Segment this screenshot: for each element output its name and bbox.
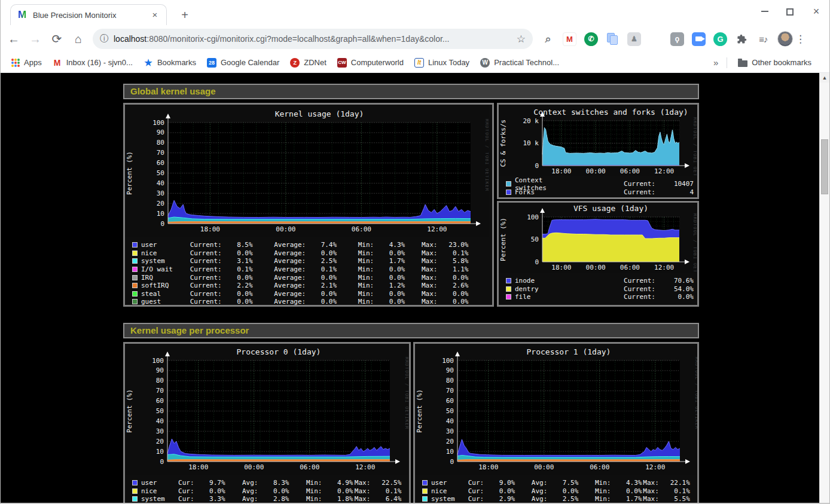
puzzle-extensions-icon[interactable] bbox=[735, 32, 749, 46]
media-list-icon[interactable]: ≡♪ bbox=[756, 32, 770, 46]
linux-today-icon: lt bbox=[414, 58, 424, 68]
svg-text:10: 10 bbox=[156, 448, 164, 456]
gmail-icon[interactable]: M bbox=[563, 32, 576, 46]
page-scrollbar[interactable]: ▲ bbox=[819, 73, 829, 503]
maximize-button[interactable] bbox=[786, 8, 794, 16]
processor-0-panel: Processor 0 (1day)RRDTOOL / TOBI OETIKER… bbox=[123, 342, 411, 503]
url-text[interactable]: localhost:8080/monitorix-cgi/monitorix.c… bbox=[114, 34, 512, 44]
bookmark-computerworld[interactable]: CW Computerworld bbox=[337, 58, 404, 68]
legend-label: dentry bbox=[515, 285, 566, 293]
close-button[interactable]: × bbox=[811, 7, 821, 17]
meet-camera-icon[interactable] bbox=[692, 32, 706, 46]
person-icon[interactable]: ♟ bbox=[627, 32, 641, 46]
svg-text:VFS usage (1day): VFS usage (1day) bbox=[573, 204, 648, 213]
bookmark-google-calendar[interactable]: 28 Google Calendar bbox=[207, 58, 279, 68]
bookmark-zdnet[interactable]: Z ZDNet bbox=[290, 58, 326, 68]
legend-stat: Max:2.6% bbox=[422, 282, 489, 289]
processor-0-graph[interactable]: Processor 0 (1day)RRDTOOL / TOBI OETIKER… bbox=[125, 344, 409, 478]
processor-0-legend: userCur:9.7%Avg:8.3%Min:4.9%Max:22.5%nic… bbox=[125, 478, 409, 503]
voice-icon[interactable]: ✆ bbox=[584, 32, 598, 46]
bookmark-star-icon[interactable]: ☆ bbox=[517, 33, 526, 45]
bookmark-bookmarks[interactable]: ★ Bookmarks bbox=[144, 58, 196, 68]
lightbulb-icon[interactable]: ϙ bbox=[670, 32, 684, 46]
bookmark-label: Apps bbox=[24, 58, 42, 67]
svg-text:Kernel usage (1day): Kernel usage (1day) bbox=[275, 109, 364, 118]
legend-label: inode bbox=[515, 277, 566, 285]
bookmark-apps[interactable]: Apps bbox=[11, 58, 42, 67]
home-button[interactable]: ⌂ bbox=[70, 32, 87, 46]
svg-text:RRDTOOL / TOBI OETIKER: RRDTOOL / TOBI OETIKER bbox=[404, 357, 408, 429]
search-icon[interactable]: ⌕ bbox=[541, 32, 555, 46]
context-switches-graph[interactable]: Context switches and forks (1day)RRDTOOL… bbox=[499, 105, 697, 179]
svg-text:80: 80 bbox=[446, 377, 454, 384]
tab-close-icon[interactable]: × bbox=[149, 10, 160, 20]
svg-text:60: 60 bbox=[157, 159, 164, 167]
bookmarks-overflow-chevron[interactable]: » bbox=[713, 57, 718, 68]
copy-pages-icon[interactable] bbox=[606, 32, 620, 46]
legend-row: IRQCurrent:0.0%Average:0.0%Min:0.0%Max:0… bbox=[132, 273, 489, 282]
bookmark-linux-today[interactable]: lt Linux Today bbox=[414, 58, 469, 68]
chart-canvas: Context switches and forks (1day)RRDTOOL… bbox=[499, 105, 697, 176]
address-bar[interactable]: ⓘ localhost:8080/monitorix-cgi/monitorix… bbox=[93, 29, 533, 49]
legend-swatch-icon bbox=[132, 267, 138, 272]
legend-label: user bbox=[141, 479, 178, 487]
legend-swatch-icon bbox=[132, 242, 138, 248]
browser-menu-icon[interactable]: ⋮ bbox=[795, 33, 805, 45]
legend-label: nice bbox=[141, 487, 178, 495]
vfs-usage-panel: VFS usage (1day)RRDTOOL / TOBI OETIKERPe… bbox=[497, 201, 699, 307]
scrollbar-up-arrow[interactable]: ▲ bbox=[820, 73, 829, 83]
svg-text:50: 50 bbox=[156, 407, 164, 415]
page-info-icon[interactable]: ⓘ bbox=[100, 33, 108, 44]
new-tab-button[interactable]: + bbox=[178, 8, 192, 23]
svg-text:Percent (%): Percent (%) bbox=[126, 389, 133, 433]
processor-1-graph[interactable]: Processor 1 (1day)RRDTOOL / TOBI OETIKER… bbox=[415, 344, 697, 478]
svg-text:12:00: 12:00 bbox=[645, 463, 665, 471]
legend-swatch-icon bbox=[132, 480, 138, 485]
apps-grid-icon bbox=[11, 59, 20, 67]
browser-chrome: M Blue Precision Monitorix × + × ← → ⟳ ⌂… bbox=[1, 0, 829, 73]
legend-stat: Min:0.0% bbox=[358, 265, 422, 273]
svg-text:Context switches and forks (1: Context switches and forks (1day) bbox=[533, 108, 688, 117]
back-button[interactable]: ← bbox=[5, 32, 22, 46]
svg-text:80: 80 bbox=[157, 139, 164, 146]
bookmark-label: ZDNet bbox=[304, 58, 326, 67]
legend-row: userCur:9.0%Avg:7.5%Min:4.3%Max:22.1% bbox=[422, 479, 694, 487]
reload-button[interactable]: ⟳ bbox=[48, 32, 65, 46]
legend-stat: Current:0.0% bbox=[190, 290, 274, 298]
svg-text:90: 90 bbox=[156, 366, 164, 374]
bookmark-inbox[interactable]: M Inbox (16) - sjvn0... bbox=[53, 58, 133, 68]
svg-text:70: 70 bbox=[156, 387, 164, 395]
svg-text:10: 10 bbox=[446, 448, 454, 456]
grammarly-icon[interactable]: G bbox=[713, 32, 727, 46]
global-kernel-row: Kernel usage (1day)RRDTOOL / TOBI OETIKE… bbox=[123, 103, 699, 307]
svg-text:30: 30 bbox=[156, 427, 164, 435]
forward-button[interactable]: → bbox=[27, 32, 44, 46]
other-bookmarks[interactable]: Other bookmarks bbox=[738, 58, 811, 67]
legend-stat: Min:1.7% bbox=[595, 495, 643, 503]
bookmark-practical-technology[interactable]: W Practical Technol... bbox=[480, 58, 559, 68]
vfs-usage-graph[interactable]: VFS usage (1day)RRDTOOL / TOBI OETIKERPe… bbox=[499, 203, 697, 276]
gmail-icon: M bbox=[53, 58, 62, 68]
legend-stat: Max:6.4% bbox=[355, 495, 405, 503]
active-tab[interactable]: M Blue Precision Monitorix × bbox=[10, 4, 167, 25]
minimize-button[interactable] bbox=[761, 7, 768, 12]
library-books-icon[interactable] bbox=[649, 32, 663, 46]
legend-swatch-icon bbox=[132, 251, 138, 256]
legend-swatch-icon bbox=[422, 488, 428, 494]
tab-title: Blue Precision Monitorix bbox=[33, 11, 149, 20]
svg-text:40: 40 bbox=[157, 179, 164, 187]
legend-stat: Max:0.0% bbox=[422, 274, 489, 282]
kernel-usage-graph[interactable]: Kernel usage (1day)RRDTOOL / TOBI OETIKE… bbox=[125, 105, 492, 240]
svg-text:0: 0 bbox=[160, 458, 164, 466]
legend-label: steal bbox=[141, 290, 190, 298]
legend-row: I/O waitCurrent:0.1%Average:0.1%Min:0.0%… bbox=[132, 265, 489, 274]
profile-avatar[interactable] bbox=[777, 31, 793, 47]
scrollbar-thumb[interactable] bbox=[821, 139, 828, 194]
extension-icons: ⌕ M ✆ ♟ ϙ G ≡♪ bbox=[541, 32, 770, 46]
legend-swatch-icon bbox=[506, 190, 511, 195]
legend-stat: Min:0.0% bbox=[358, 249, 422, 257]
svg-text:40: 40 bbox=[446, 417, 454, 425]
folder-icon bbox=[738, 60, 747, 67]
browser-window: M Blue Precision Monitorix × + × ← → ⟳ ⌂… bbox=[0, 0, 830, 504]
section-header-kernel-per-processor: Kernel usage per processor bbox=[123, 323, 699, 338]
